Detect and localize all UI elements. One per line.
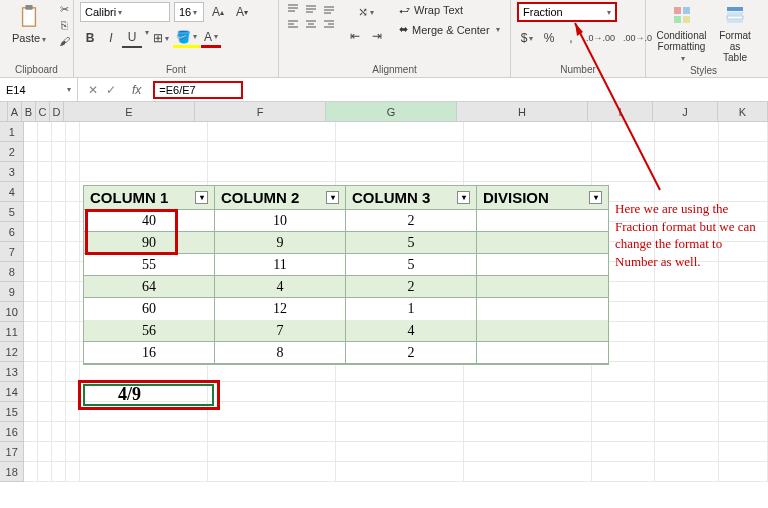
cell-c10[interactable]	[52, 302, 66, 322]
cell-k1[interactable]	[719, 122, 768, 142]
cell-b1[interactable]	[38, 122, 52, 142]
cell-a1[interactable]	[24, 122, 38, 142]
cell-b10[interactable]	[38, 302, 52, 322]
table-cell[interactable]: 4	[346, 320, 477, 342]
cell-c18[interactable]	[52, 462, 66, 482]
row-header-5[interactable]: 5	[0, 202, 24, 222]
cell-k13[interactable]	[719, 362, 768, 382]
name-box[interactable]: E14 ▾	[0, 78, 78, 101]
cell-k16[interactable]	[719, 422, 768, 442]
cell-d14[interactable]	[66, 382, 80, 402]
cell-f3[interactable]	[208, 162, 336, 182]
paste-button[interactable]: Paste▾	[6, 2, 52, 46]
cell-b9[interactable]	[38, 282, 52, 302]
cell-e16[interactable]	[80, 422, 208, 442]
filter-icon[interactable]: ▾	[589, 191, 602, 204]
cell-d13[interactable]	[66, 362, 80, 382]
column-header-c[interactable]: C	[36, 102, 50, 121]
table-header[interactable]: COLUMN 2▾	[215, 186, 346, 210]
cell-c15[interactable]	[52, 402, 66, 422]
cell-f15[interactable]	[208, 402, 336, 422]
column-header-b[interactable]: B	[22, 102, 36, 121]
increase-decimal-icon[interactable]: .0→.00	[583, 28, 618, 48]
cell-c9[interactable]	[52, 282, 66, 302]
cell-k17[interactable]	[719, 442, 768, 462]
cell-a18[interactable]	[24, 462, 38, 482]
cell-c11[interactable]	[52, 322, 66, 342]
row-header-11[interactable]: 11	[0, 322, 24, 342]
table-cell[interactable]: 5	[346, 254, 477, 276]
cell-a11[interactable]	[24, 322, 38, 342]
currency-icon[interactable]: $▾	[517, 28, 537, 48]
increase-indent-icon[interactable]: ⇥	[367, 26, 387, 46]
column-header-f[interactable]: F	[195, 102, 326, 121]
cell-g1[interactable]	[336, 122, 464, 142]
cell-i18[interactable]	[592, 462, 656, 482]
cell-j1[interactable]	[655, 122, 719, 142]
formula-enter-icon[interactable]: ✓	[106, 83, 116, 97]
row-header-3[interactable]: 3	[0, 162, 24, 182]
cell-a4[interactable]	[24, 182, 38, 202]
cell-b17[interactable]	[38, 442, 52, 462]
cell-f13[interactable]	[208, 362, 336, 382]
cell-g14[interactable]	[336, 382, 464, 402]
wrap-text-button[interactable]: ⮐ Wrap Text	[395, 2, 504, 18]
table-cell[interactable]: 2	[346, 276, 477, 298]
cell-g13[interactable]	[336, 362, 464, 382]
table-cell[interactable]: 16	[84, 342, 215, 364]
cell-b11[interactable]	[38, 322, 52, 342]
cut-icon[interactable]: ✂	[56, 2, 72, 16]
align-top-icon[interactable]	[285, 2, 301, 16]
cell-b5[interactable]	[38, 202, 52, 222]
comma-icon[interactable]: ,	[561, 28, 581, 48]
cell-c13[interactable]	[52, 362, 66, 382]
cell-c12[interactable]	[52, 342, 66, 362]
table-cell[interactable]	[477, 320, 608, 342]
cell-k3[interactable]	[719, 162, 768, 182]
cell-e17[interactable]	[80, 442, 208, 462]
cell-c1[interactable]	[52, 122, 66, 142]
cell-e18[interactable]	[80, 462, 208, 482]
cell-b18[interactable]	[38, 462, 52, 482]
cell-f1[interactable]	[208, 122, 336, 142]
cell-d9[interactable]	[66, 282, 80, 302]
table-header[interactable]: COLUMN 1▾	[84, 186, 215, 210]
row-header-14[interactable]: 14	[0, 382, 24, 402]
conditional-formatting-button[interactable]: Conditional Formatting ▾	[652, 2, 711, 64]
table-header[interactable]: DIVISION▾	[477, 186, 608, 210]
table-cell[interactable]: 55	[84, 254, 215, 276]
cell-d16[interactable]	[66, 422, 80, 442]
row-header-1[interactable]: 1	[0, 122, 24, 142]
table-cell[interactable]: 11	[215, 254, 346, 276]
table-cell[interactable]: 64	[84, 276, 215, 298]
copy-icon[interactable]: ⎘	[56, 18, 72, 32]
cell-h13[interactable]	[464, 362, 592, 382]
cell-j12[interactable]	[655, 342, 719, 362]
cell-a12[interactable]	[24, 342, 38, 362]
format-painter-icon[interactable]: 🖌	[56, 34, 72, 48]
cell-c17[interactable]	[52, 442, 66, 462]
cell-k12[interactable]	[719, 342, 768, 362]
cell-j15[interactable]	[655, 402, 719, 422]
cell-j17[interactable]	[655, 442, 719, 462]
table-cell[interactable]: 5	[346, 232, 477, 254]
row-header-16[interactable]: 16	[0, 422, 24, 442]
cell-d4[interactable]	[66, 182, 80, 202]
cell-a9[interactable]	[24, 282, 38, 302]
cell-h3[interactable]	[464, 162, 592, 182]
cell-j10[interactable]	[655, 302, 719, 322]
decrease-indent-icon[interactable]: ⇤	[345, 26, 365, 46]
cell-i3[interactable]	[592, 162, 656, 182]
cell-b16[interactable]	[38, 422, 52, 442]
cell-a15[interactable]	[24, 402, 38, 422]
align-right-icon[interactable]	[321, 18, 337, 32]
row-header-18[interactable]: 18	[0, 462, 24, 482]
cell-g17[interactable]	[336, 442, 464, 462]
cell-e15[interactable]	[80, 402, 208, 422]
cell-a16[interactable]	[24, 422, 38, 442]
cell-c4[interactable]	[52, 182, 66, 202]
table-header[interactable]: COLUMN 3▾	[346, 186, 477, 210]
cell-k2[interactable]	[719, 142, 768, 162]
cell-d18[interactable]	[66, 462, 80, 482]
merge-center-button[interactable]: ⬌ Merge & Center ▾	[395, 21, 504, 38]
